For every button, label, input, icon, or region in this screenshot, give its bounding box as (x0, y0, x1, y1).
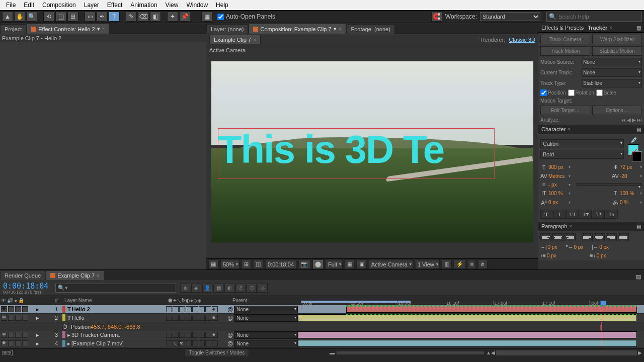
twirl-icon[interactable]: ▸ (36, 315, 39, 321)
kerning-value[interactable]: Metrics (548, 173, 568, 179)
scroll-right-icon[interactable]: ▶ (638, 350, 642, 355)
audio-toggle[interactable] (8, 315, 14, 321)
position-checkbox[interactable]: Position (540, 89, 566, 96)
fast-preview-icon[interactable]: ⚡ (454, 259, 466, 269)
quality-switch[interactable] (179, 306, 185, 312)
frame-blend-switch[interactable] (192, 332, 198, 338)
layer-bar[interactable] (298, 331, 637, 338)
fx-switch[interactable] (186, 315, 192, 321)
render-queue-tab[interactable]: Render Queue (0, 270, 45, 280)
panel-menu-icon[interactable]: ▤ (636, 25, 641, 31)
pen-tool-icon[interactable]: ✒ (97, 12, 108, 22)
transparency-icon[interactable]: ▦ (345, 259, 355, 269)
fx-switch[interactable] (186, 332, 192, 338)
brush-tool-icon[interactable]: ✎ (126, 12, 137, 22)
scroll-left-icon[interactable]: ◀ (491, 350, 495, 355)
pixel-aspect-icon[interactable]: ▥ (442, 259, 452, 269)
pan-behind-tool-icon[interactable]: ⊞ (67, 12, 78, 22)
rotation-tool-icon[interactable]: ⟲ (43, 12, 54, 22)
pickwhip-icon[interactable]: @ (227, 306, 233, 312)
keyframe-cursor-icon[interactable]: I (599, 323, 601, 331)
space-after-value[interactable]: 0 px (597, 253, 613, 258)
layer-name-header[interactable]: Layer Name (62, 298, 168, 303)
motion-blur-icon[interactable]: ◐ (224, 284, 234, 293)
leading-value[interactable]: 72 px (620, 164, 639, 170)
analyze-forward-icon[interactable]: ▶ (632, 117, 636, 123)
draft3d-icon[interactable]: ◈ (191, 284, 201, 293)
justify-center-button[interactable] (594, 233, 605, 241)
close-icon[interactable]: × (609, 25, 612, 30)
menu-file[interactable]: File (2, 1, 20, 10)
eraser-tool-icon[interactable]: ◧ (150, 12, 161, 22)
parent-select[interactable]: None (234, 314, 298, 322)
3d-switch[interactable] (212, 340, 218, 346)
3d-switch[interactable]: ◈ (212, 332, 218, 338)
collapse-switch[interactable] (173, 306, 179, 312)
align-center-button[interactable] (552, 233, 564, 241)
frame-blend-switch[interactable] (192, 315, 198, 321)
visibility-toggle[interactable]: 👁 (1, 340, 7, 346)
timeline-comp-tab[interactable]: Example Clip 7× (46, 270, 104, 280)
lock-toggle[interactable] (22, 315, 28, 321)
font-size-value[interactable]: 900 px (548, 164, 568, 170)
panel-menu-icon[interactable]: ▤ (636, 224, 641, 229)
track-type-select[interactable]: Stabilize (582, 79, 642, 87)
auto-open-panels-checkbox[interactable]: Auto-Open Panels (217, 13, 275, 20)
analyze-forward-step-icon[interactable]: ⏭ (637, 117, 642, 123)
layer-color-tag[interactable] (62, 340, 65, 347)
track-camera-button[interactable]: Track Camera (540, 35, 590, 44)
pickwhip-icon[interactable]: @ (227, 332, 233, 338)
mask-icon[interactable]: ◫ (253, 259, 263, 269)
comp-mini-flowchart-icon[interactable]: ⋔ (180, 284, 190, 293)
justify-all-button[interactable] (618, 233, 629, 241)
layer-name-label[interactable]: Hello (72, 315, 85, 321)
quality-switch[interactable] (179, 332, 185, 338)
hand-tool-icon[interactable]: ✋ (14, 12, 25, 22)
audio-toggle[interactable] (8, 340, 14, 346)
panel-menu-icon[interactable]: ▤ (636, 274, 641, 280)
adjustment-switch[interactable] (205, 340, 211, 346)
menu-help[interactable]: Help (212, 1, 232, 10)
rotation-checkbox[interactable]: Rotation (568, 89, 594, 96)
snapping-icon[interactable]: 🧲 (431, 12, 442, 22)
search-help-input[interactable] (558, 14, 639, 20)
layer-bar[interactable] (298, 340, 637, 347)
visibility-toggle[interactable]: 👁 (1, 315, 7, 321)
time-display[interactable]: 0:00:18:04 (265, 260, 296, 269)
tracker-tab[interactable]: Tracker (588, 25, 607, 31)
zoom-out-icon[interactable]: ▬ (330, 350, 335, 355)
parent-select[interactable]: None (234, 340, 298, 347)
solo-toggle[interactable] (15, 340, 21, 346)
allcaps-button[interactable]: TT (567, 210, 579, 219)
twirl-icon[interactable]: ▸ (36, 340, 39, 347)
selection-tool-icon[interactable]: ▲ (2, 12, 13, 22)
justify-left-button[interactable] (582, 233, 593, 241)
audio-toggle[interactable] (8, 306, 14, 312)
collapse-switch[interactable] (173, 332, 179, 338)
layer-name-label[interactable]: 3D Tracker Camera (71, 332, 120, 338)
tsume-value[interactable]: 0 % (620, 200, 639, 205)
modes-icon[interactable]: {} (10, 350, 14, 355)
lock-toggle[interactable] (22, 306, 28, 312)
baseline-value[interactable]: 0 px (548, 200, 568, 205)
motion-blur-switch[interactable] (199, 315, 205, 321)
renderer-link[interactable]: Classic 3D (509, 37, 535, 43)
twirl-icon[interactable]: ▸ (36, 332, 39, 338)
pickwhip-icon[interactable]: @ (227, 315, 233, 321)
h-scrollbar[interactable] (496, 350, 637, 355)
solo-toggle[interactable] (15, 306, 21, 312)
lock-toggle[interactable] (22, 332, 28, 338)
menu-effect[interactable]: Effect (103, 1, 126, 10)
res-toggle-icon[interactable]: ▦ (208, 259, 218, 269)
layer-row[interactable]: 👁 ▸ 4 ▸ [Example Clip 7.mov] ＼ fx @ None (0, 339, 644, 348)
text-tool-icon[interactable]: T (109, 12, 120, 22)
shy-switch[interactable] (166, 332, 172, 338)
stroke-color[interactable] (632, 151, 642, 161)
warp-stabilizer-button[interactable]: Warp Stabilizer (592, 35, 642, 44)
brainstorm-icon[interactable]: ⏱ (235, 284, 246, 293)
stopwatch-icon[interactable]: ⏱ (62, 324, 68, 330)
3d-switch[interactable]: ◈ (212, 306, 218, 312)
scale-checkbox[interactable]: Scale (596, 89, 616, 96)
effect-controls-tab[interactable]: Effect Controls: Hello 2▾× (27, 24, 109, 34)
stabilize-motion-button[interactable]: Stabilize Motion (592, 46, 642, 56)
